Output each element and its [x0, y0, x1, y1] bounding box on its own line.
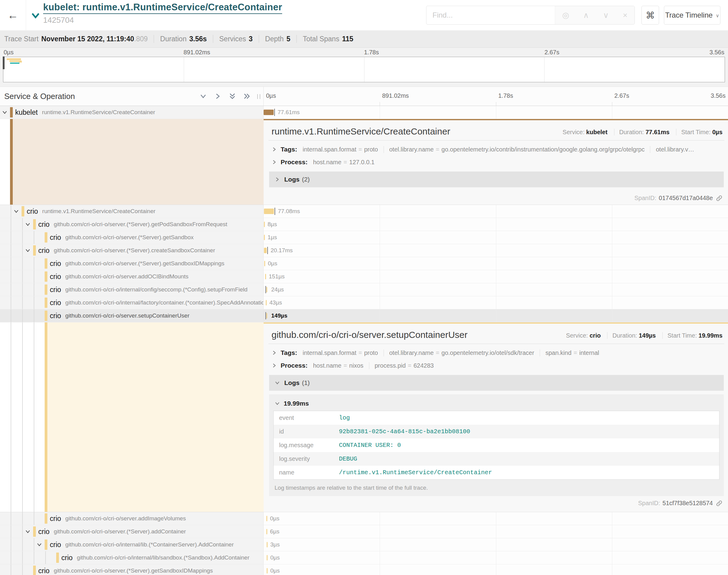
next-match-icon[interactable]: ∨	[603, 11, 609, 20]
span-duration-bar[interactable]	[267, 555, 268, 561]
process-accordion[interactable]: Process: host.name=nixosprocess.pid=6242…	[268, 359, 725, 372]
span-name-cell[interactable]: criogithub.com/cri-o/cri-o/internal/lib.…	[0, 538, 264, 551]
span-row[interactable]: criogithub.com/cri-o/cri-o/internal/lib.…	[0, 538, 728, 551]
span-timeline-cell[interactable]: 24µs	[264, 283, 728, 296]
span-duration-bar[interactable]	[267, 568, 268, 573]
collapse-trace-header-icon[interactable]	[30, 10, 41, 22]
span-name-cell[interactable]: criogithub.com/cri-o/cri-o/server.(*Serv…	[0, 257, 264, 270]
span-duration-bar[interactable]	[266, 300, 267, 305]
span-timeline-cell[interactable]: 1µs	[264, 231, 728, 244]
span-name-cell[interactable]: criogithub.com/cri-o/cri-o/internal/conf…	[0, 283, 264, 296]
collapse-children-icon[interactable]	[36, 542, 42, 548]
span-name-cell[interactable]: kubeletruntime.v1.RuntimeService/CreateC…	[0, 106, 264, 119]
span-name-cell[interactable]: criogithub.com/cri-o/cri-o/server.(*Serv…	[0, 525, 264, 538]
copy-link-icon[interactable]	[716, 195, 723, 202]
minimap-scrubber[interactable]	[3, 57, 5, 69]
collapse-children-icon[interactable]	[25, 248, 31, 253]
span-row[interactable]: criogithub.com/cri-o/cri-o/server.(*Serv…	[0, 257, 728, 270]
span-name-cell[interactable]: criogithub.com/cri-o/cri-o/server.addOCI…	[0, 270, 264, 283]
span-duration-bar[interactable]	[264, 261, 265, 266]
span-name-cell[interactable]: criogithub.com/cri-o/cri-o/internal/fact…	[0, 296, 264, 309]
span-timeline-cell[interactable]: 8µs	[264, 218, 728, 231]
span-name-cell[interactable]: criogithub.com/cri-o/cri-o/server.(*Serv…	[0, 218, 264, 231]
span-name-text: criogithub.com/cri-o/cri-o/internal/lib/…	[61, 551, 263, 564]
span-name-cell[interactable]: criogithub.com/cri-o/cri-o/server.(*Serv…	[0, 244, 264, 257]
collapse-children-icon[interactable]	[25, 529, 31, 535]
span-duration-bar[interactable]	[266, 516, 267, 521]
span-duration-bar[interactable]	[266, 313, 267, 318]
collapse-children-icon[interactable]	[25, 222, 31, 227]
span-row[interactable]: criogithub.com/cri-o/cri-o/server.setupC…	[0, 309, 728, 323]
span-name-cell[interactable]: criogithub.com/cri-o/cri-o/server.addIma…	[0, 512, 264, 525]
span-duration-bar[interactable]	[264, 110, 274, 115]
span-row[interactable]: criogithub.com/cri-o/cri-o/internal/conf…	[0, 283, 728, 296]
span-row[interactable]: kubeletruntime.v1.RuntimeService/CreateC…	[0, 106, 728, 119]
span-timeline-cell[interactable]: 0µs	[264, 512, 728, 525]
span-row[interactable]: criogithub.com/cri-o/cri-o/internal/fact…	[0, 296, 728, 309]
logs-accordion[interactable]: Logs (1)	[269, 375, 724, 391]
span-timeline-cell[interactable]: 3µs	[264, 538, 728, 551]
process-accordion[interactable]: Process: host.name=127.0.0.1	[268, 156, 725, 168]
span-timeline-cell[interactable]: 0µs	[264, 257, 728, 270]
span-timeline-cell[interactable]: 77.61ms	[264, 106, 728, 119]
span-duration-bar[interactable]	[264, 248, 267, 253]
collapse-all-icon[interactable]	[229, 93, 236, 100]
span-name-cell[interactable]: crioruntime.v1.RuntimeService/CreateCont…	[0, 205, 264, 218]
span-row[interactable]: criogithub.com/cri-o/cri-o/server.(*Serv…	[0, 231, 728, 244]
collapse-children-icon[interactable]	[13, 209, 19, 214]
tick-label: 891.02ms	[184, 49, 210, 56]
service-name: crio	[27, 207, 38, 215]
collapse-children-icon[interactable]	[2, 110, 8, 115]
trace-view-dropdown[interactable]: Trace Timeline ∨	[664, 6, 720, 25]
keyboard-shortcuts-button[interactable]: ⌘	[641, 6, 659, 25]
span-duration-bar[interactable]	[264, 222, 265, 227]
minimap-canvas[interactable]	[3, 57, 725, 82]
find-input[interactable]	[426, 6, 555, 24]
span-timeline-cell[interactable]: 0µs	[264, 564, 728, 575]
span-row[interactable]: criogithub.com/cri-o/cri-o/internal/lib/…	[0, 551, 728, 564]
service-color-bar	[22, 206, 24, 216]
trace-title-link[interactable]: kubelet: runtime.v1.RuntimeService/Creat…	[43, 2, 282, 14]
locate-icon[interactable]: ◎	[562, 11, 569, 20]
tags-accordion[interactable]: Tags: internal.span.format=protootel.lib…	[268, 143, 725, 156]
span-row[interactable]: crioruntime.v1.RuntimeService/CreateCont…	[0, 205, 728, 218]
trace-minimap[interactable]: 0µs 891.02ms 1.78s 2.67s 3.56s	[0, 48, 728, 87]
tags-accordion[interactable]: Tags: internal.span.format=protootel.lib…	[268, 346, 725, 359]
span-row[interactable]: criogithub.com/cri-o/cri-o/server.(*Serv…	[0, 218, 728, 231]
operation-name: runtime.v1.RuntimeService/CreateContaine…	[42, 208, 156, 215]
expand-one-icon[interactable]	[214, 93, 222, 100]
span-duration-label: 43µs	[269, 296, 282, 309]
clear-search-icon[interactable]: ×	[623, 11, 627, 20]
span-timeline-cell[interactable]: 20.17ms	[264, 244, 728, 257]
span-duration-bar[interactable]	[265, 274, 266, 279]
expand-all-icon[interactable]	[243, 93, 251, 100]
span-name-cell[interactable]: criogithub.com/cri-o/cri-o/server.(*Serv…	[0, 564, 264, 575]
span-timeline-cell[interactable]: 43µs	[264, 296, 728, 309]
span-timeline-cell[interactable]: 77.08ms	[264, 205, 728, 218]
span-duration-bar[interactable]	[266, 287, 267, 292]
gridline	[544, 57, 544, 82]
span-duration-bar[interactable]	[264, 209, 274, 214]
span-duration-bar[interactable]	[264, 235, 265, 240]
prev-match-icon[interactable]: ∧	[583, 11, 589, 20]
column-resize-grip[interactable]	[257, 94, 260, 99]
span-name-cell[interactable]: criogithub.com/cri-o/cri-o/internal/lib/…	[0, 551, 264, 564]
span-row[interactable]: criogithub.com/cri-o/cri-o/server.(*Serv…	[0, 564, 728, 575]
span-row[interactable]: criogithub.com/cri-o/cri-o/server.addIma…	[0, 512, 728, 525]
log-entry-toggle[interactable]: 19.99ms	[273, 396, 720, 411]
span-timeline-cell[interactable]: 6µs	[264, 525, 728, 538]
span-row[interactable]: criogithub.com/cri-o/cri-o/server.(*Serv…	[0, 525, 728, 538]
collapse-one-icon[interactable]	[200, 93, 207, 100]
copy-link-icon[interactable]	[716, 500, 723, 507]
span-timeline-cell[interactable]: 149µs	[264, 309, 728, 322]
span-name-cell[interactable]: criogithub.com/cri-o/cri-o/server.(*Serv…	[0, 231, 264, 244]
span-row[interactable]: criogithub.com/cri-o/cri-o/server.(*Serv…	[0, 244, 728, 257]
span-name-cell[interactable]: criogithub.com/cri-o/cri-o/server.setupC…	[0, 309, 264, 322]
span-duration-bar[interactable]	[266, 529, 267, 534]
back-button[interactable]: ←	[0, 0, 26, 30]
span-duration-bar[interactable]	[267, 542, 268, 547]
span-timeline-cell[interactable]: 151µs	[264, 270, 728, 283]
span-row[interactable]: criogithub.com/cri-o/cri-o/server.addOCI…	[0, 270, 728, 283]
span-timeline-cell[interactable]: 0µs	[264, 551, 728, 564]
logs-accordion[interactable]: Logs (2)	[269, 172, 724, 187]
